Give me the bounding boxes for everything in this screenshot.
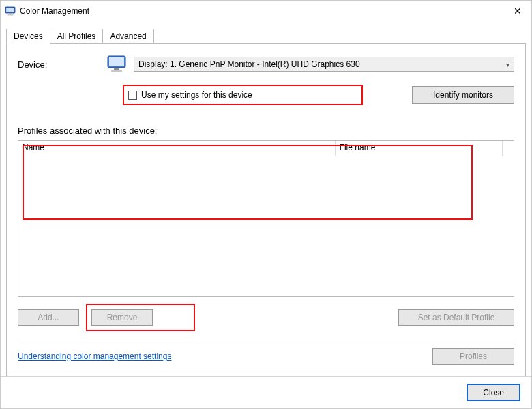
understanding-link[interactable]: Understanding color management settings xyxy=(18,352,171,361)
remove-button[interactable]: Remove xyxy=(91,309,153,326)
chevron-down-icon: ▾ xyxy=(506,61,509,68)
tab-all-profiles[interactable]: All Profiles xyxy=(50,29,104,44)
svg-rect-5 xyxy=(109,57,124,66)
svg-rect-1 xyxy=(6,8,14,12)
resize-gap xyxy=(503,141,514,156)
svg-rect-2 xyxy=(8,14,12,14)
use-my-settings-group: Use my settings for this device xyxy=(123,85,363,105)
divider xyxy=(18,341,514,341)
tab-advanced[interactable]: Advanced xyxy=(102,29,153,44)
column-header-filename[interactable]: File name xyxy=(336,141,503,156)
svg-rect-7 xyxy=(111,70,122,72)
remove-highlight: Remove xyxy=(86,304,195,331)
window-title: Color Management xyxy=(20,6,89,16)
profiles-body xyxy=(18,156,514,296)
profiles-button[interactable]: Profiles xyxy=(432,348,514,365)
device-selected-text: Display: 1. Generic PnP Monitor - Intel(… xyxy=(138,59,360,69)
tab-pane: Device: Display: 1. Generic PnP Monitor … xyxy=(6,43,526,376)
dialog-bottom-bar: Close xyxy=(1,376,531,408)
use-my-settings-checkbox[interactable] xyxy=(128,91,137,100)
use-my-settings-label: Use my settings for this device xyxy=(141,90,252,100)
device-select[interactable]: Display: 1. Generic PnP Monitor - Intel(… xyxy=(134,57,514,72)
tab-devices[interactable]: Devices xyxy=(6,29,50,44)
tabs: Devices All Profiles Advanced xyxy=(1,27,531,43)
profiles-associated-label: Profiles associated with this device: xyxy=(18,126,514,136)
title-bar: Color Management ✕ xyxy=(1,1,531,21)
profiles-list[interactable]: Name File name xyxy=(18,140,514,297)
svg-rect-3 xyxy=(8,14,14,15)
column-header-name[interactable]: Name xyxy=(18,141,336,156)
add-button[interactable]: Add... xyxy=(18,309,79,326)
set-default-profile-button[interactable]: Set as Default Profile xyxy=(398,309,514,326)
close-icon[interactable]: ✕ xyxy=(509,5,526,17)
close-button[interactable]: Close xyxy=(467,384,520,401)
svg-rect-6 xyxy=(114,68,119,70)
monitor-icon xyxy=(105,55,128,74)
app-icon xyxy=(5,5,16,16)
identify-monitors-button[interactable]: Identify monitors xyxy=(412,86,514,104)
device-label: Device: xyxy=(18,59,100,70)
